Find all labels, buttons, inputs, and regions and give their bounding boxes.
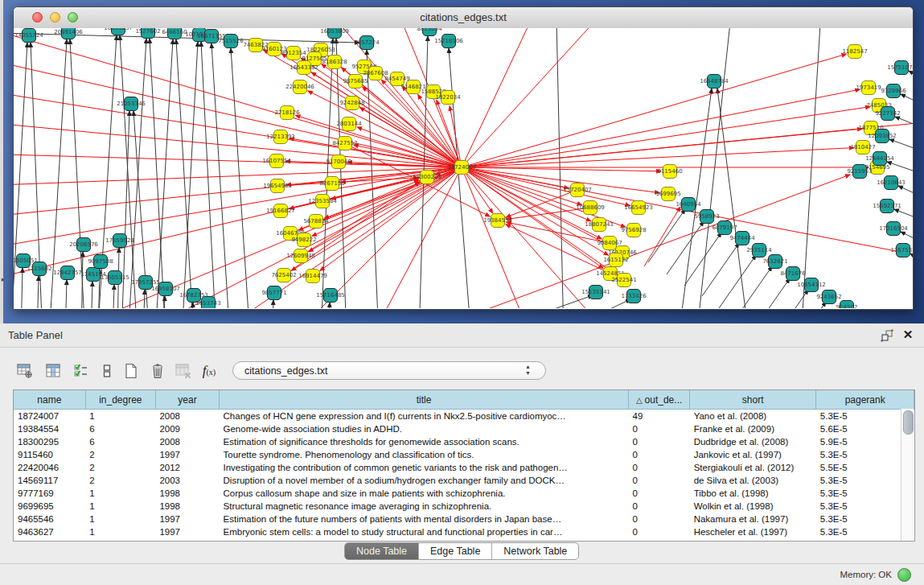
table-cell[interactable]: 5.3E-5 — [816, 410, 914, 423]
graph-node-t[interactable]: 9857771 — [261, 286, 286, 300]
graph-node-t[interactable]: 14055724 — [14, 29, 43, 43]
citation-network-graph[interactable]: 1872400718300295193845547463822916012389… — [14, 28, 913, 308]
table-column-icon[interactable] — [43, 360, 64, 381]
table-cell[interactable]: Disruption of a novel member of a sodium… — [220, 474, 629, 487]
graph-node-t[interactable]: 7857224 — [354, 36, 380, 50]
table-row[interactable]: 911546021997Tourette syndrome. Phenomeno… — [14, 448, 914, 461]
table-cell[interactable]: 5.5E-5 — [816, 461, 914, 474]
citation-edge-red[interactable] — [462, 167, 630, 206]
table-cell[interactable]: 5.3E-5 — [816, 448, 914, 461]
graph-node-y[interactable]: 12609948 — [286, 249, 315, 263]
citation-edge-black[interactable] — [889, 139, 913, 155]
table-row[interactable]: 1456911722003Disruption of a novel membe… — [14, 474, 914, 487]
citation-edge-black[interactable] — [789, 302, 826, 308]
table-selector-dropdown[interactable]: citations_edges.txt ▲▼ — [232, 361, 546, 380]
table-cell[interactable]: 1 — [85, 410, 155, 423]
table-row[interactable]: 2242004622012Investigating the contribut… — [14, 461, 914, 474]
table-cell[interactable]: Changes of HCN gene expression and I(f) … — [220, 410, 629, 423]
citation-edge-black[interactable] — [910, 253, 913, 270]
table-cell[interactable]: 6 — [85, 422, 155, 435]
column-header-pagerank[interactable]: pagerank — [816, 390, 914, 410]
graph-node-t[interactable]: 12444154 — [865, 152, 894, 166]
graph-node-t[interactable]: 1733426 — [621, 290, 647, 303]
table-cell[interactable]: Stergiakouli et al. (2012) — [690, 461, 816, 474]
table-cell[interactable]: 2008 — [155, 435, 219, 448]
memory-status-indicator[interactable] — [897, 568, 911, 582]
graph-node-y[interactable]: 1973419 — [856, 81, 881, 95]
graph-node-t[interactable]: 15716485 — [316, 289, 345, 303]
column-header-year[interactable]: year — [155, 390, 219, 410]
table-cell[interactable]: 0 — [629, 487, 690, 500]
table-cell[interactable]: 19384554 — [14, 422, 85, 435]
citation-edge-black[interactable] — [717, 89, 747, 308]
table-cell[interactable]: 18300295 — [14, 435, 85, 448]
citation-edge-red[interactable] — [462, 28, 548, 167]
citation-edge-black[interactable] — [21, 268, 23, 308]
citation-edge-black[interactable] — [128, 39, 146, 308]
graph-node-t[interactable]: 9474444 — [729, 232, 755, 245]
table-cell[interactable]: 2 — [85, 461, 155, 474]
table-cell[interactable]: Estimation of significance thresholds fo… — [220, 435, 629, 448]
citation-edge-red[interactable] — [462, 148, 854, 167]
citation-edge-black[interactable] — [753, 278, 790, 308]
table-row[interactable]: 1938455462009Genome-wide association stu… — [14, 422, 914, 435]
table-cell[interactable]: Franke et al. (2009) — [690, 422, 816, 435]
table-row[interactable]: 1830029562008Estimation of significance … — [14, 435, 914, 448]
close-panel-icon[interactable]: ✕ — [901, 328, 914, 342]
citation-edge-black[interactable] — [176, 39, 194, 308]
table-row[interactable]: 969969511998Structural magnetic resonanc… — [14, 500, 914, 513]
graph-node-t[interactable]: 9097588 — [88, 255, 113, 269]
table-cell[interactable]: Corpus callosum shape and size in male p… — [220, 487, 629, 500]
trash-icon[interactable] — [147, 360, 168, 381]
citation-edge-red[interactable] — [462, 167, 661, 171]
citation-edge-black[interactable] — [120, 35, 138, 308]
table-cell[interactable]: 2012 — [155, 461, 219, 474]
table-cell[interactable]: 0 — [629, 500, 690, 513]
graph-node-t[interactable]: 21053346 — [117, 97, 146, 111]
graph-node-y[interactable]: 9699695 — [655, 187, 680, 201]
tab-edge-table[interactable]: Edge Table — [419, 543, 492, 559]
citation-edge-black[interactable] — [719, 255, 756, 308]
graph-node-t[interactable]: 12942757 — [53, 266, 82, 280]
table-settings-icon[interactable] — [14, 360, 35, 381]
table-cell[interactable]: 0 — [629, 461, 690, 474]
citation-edge-black[interactable] — [14, 43, 27, 308]
graph-node-y[interactable]: 19166827 — [266, 204, 295, 218]
table-cell[interactable]: de Silva et al. (2003) — [690, 474, 816, 487]
table-cell[interactable]: Wolkin et al. (1998) — [690, 500, 816, 513]
graph-node-t[interactable]: 9243652 — [816, 290, 841, 304]
tab-node-table[interactable]: Node Table — [345, 543, 419, 559]
table-cell[interactable]: 14569117 — [14, 474, 85, 487]
table-row[interactable]: 977716911998Corpus callosum shape and si… — [14, 487, 914, 500]
graph-node-y[interactable]: 15720407 — [563, 183, 592, 197]
graph-node-y[interactable]: 12213393 — [266, 130, 295, 144]
graph-node-t[interactable]: 15218506 — [434, 35, 463, 48]
table-cell[interactable]: 1997 — [155, 525, 219, 538]
table-cell[interactable]: 2009 — [155, 422, 219, 435]
rows-icon[interactable] — [97, 360, 117, 381]
citation-edge-red[interactable] — [506, 225, 610, 274]
graph-node-y[interactable]: 9756928 — [621, 224, 646, 237]
citation-edge-black[interactable] — [113, 285, 114, 308]
citation-edge-red[interactable] — [14, 167, 462, 218]
citation-edge-red[interactable] — [506, 190, 577, 217]
table-cell[interactable]: 5.3E-5 — [816, 487, 914, 500]
column-header-in-degree[interactable]: in_degree — [85, 390, 155, 410]
table-cell[interactable]: 1 — [85, 500, 155, 513]
citation-edge-black[interactable] — [901, 94, 913, 109]
graph-node-t[interactable]: 2935114 — [746, 244, 772, 257]
table-cell[interactable]: Hescheler et al. (1997) — [690, 525, 816, 538]
table-cell[interactable]: 5.3E-5 — [816, 500, 914, 513]
graph-node-t[interactable]: 6879197 — [712, 221, 737, 235]
graph-node-y[interactable]: 10688609 — [576, 201, 605, 215]
table-cell[interactable]: 1998 — [155, 500, 219, 513]
table-cell[interactable]: 1998 — [155, 487, 219, 500]
graph-node-y[interactable]: 16654923 — [624, 201, 653, 215]
citation-edge-red[interactable] — [462, 129, 862, 167]
table-cell[interactable]: 5.3E-5 — [816, 513, 914, 525]
table-cell[interactable]: Tourette syndrome. Phenomenology and cla… — [220, 448, 629, 461]
citation-edge-red[interactable] — [450, 106, 462, 167]
table-cell[interactable]: Tibbo et al. (1998) — [690, 487, 816, 500]
table-cell[interactable]: 5.3E-5 — [816, 474, 914, 487]
citation-edge-black[interactable] — [556, 28, 564, 308]
